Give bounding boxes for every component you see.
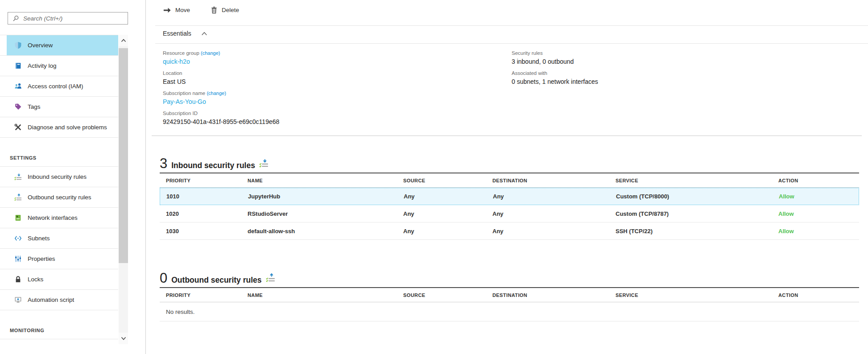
tools-icon	[14, 123, 22, 131]
sidebar-item-outbound-rules[interactable]: Outbound security rules	[0, 187, 118, 208]
lock-icon	[14, 276, 22, 283]
column-header-destination: DESTINATION	[486, 178, 609, 183]
move-label: Move	[175, 7, 190, 13]
essentials-left-column: Resource group (change) quick-h2o Locati…	[163, 49, 502, 130]
subscription-id-label: Subscription ID	[163, 110, 502, 117]
move-button[interactable]: Move	[163, 7, 190, 13]
subnet-icon	[14, 235, 22, 242]
essentials-header[interactable]: Essentials	[163, 30, 207, 37]
column-header-priority: PRIORITY	[160, 292, 241, 298]
sidebar-item-label: Overview	[28, 42, 53, 49]
cell-name: JupyterHub	[242, 193, 397, 200]
sidebar-item-access-control[interactable]: Access control (IAM)	[0, 76, 118, 97]
inbound-rules-title: 3 Inbound security rules	[160, 151, 859, 173]
outbound-table-header: PRIORITY NAME SOURCE DESTINATION SERVICE…	[160, 287, 859, 302]
chevron-up-icon[interactable]	[201, 32, 207, 36]
sidebar-item-overview[interactable]: Overview	[0, 35, 118, 56]
essentials-right-column: Security rules 3 inbound, 0 outbound Ass…	[512, 49, 824, 90]
delete-button[interactable]: Delete	[211, 6, 239, 14]
subscription-id-field: Subscription ID 92429150-401a-431f-8955-…	[163, 110, 502, 127]
cell-destination: Any	[487, 193, 610, 200]
search-box[interactable]	[8, 12, 128, 25]
cell-source: Any	[397, 210, 486, 217]
cell-destination: Any	[486, 210, 609, 217]
sidebar-item-activity-log[interactable]: Activity log	[0, 56, 118, 76]
resource-group-change-link[interactable]: (change)	[201, 50, 220, 56]
table-row-default-allow-ssh[interactable]: 1030 default-allow-ssh Any Any SSH (TCP/…	[160, 222, 859, 240]
cell-service: Custom (TCP/8787)	[609, 210, 772, 217]
scrollbar-thumb[interactable]	[119, 48, 128, 263]
no-results-message: No results.	[160, 302, 859, 321]
sidebar-item-subnets[interactable]: Subnets	[0, 228, 118, 249]
inbound-rules-icon	[14, 173, 22, 181]
sidebar-item-label: Inbound security rules	[28, 173, 87, 180]
section-divider	[152, 136, 862, 136]
essentials-divider	[155, 43, 868, 44]
cell-priority: 1030	[160, 228, 241, 235]
column-header-service: SERVICE	[609, 178, 772, 183]
cell-destination: Any	[486, 228, 609, 235]
associated-with-field: Associated with 0 subnets, 1 network int…	[512, 70, 824, 86]
resource-group-value[interactable]: quick-h2o	[163, 57, 502, 66]
cell-name: RStudioServer	[241, 210, 397, 217]
cell-source: Any	[397, 228, 486, 235]
resource-group-label: Resource group	[163, 50, 199, 56]
column-header-service: SERVICE	[609, 292, 772, 298]
sidebar-section-settings: SETTINGS	[0, 138, 118, 167]
sliders-icon	[14, 255, 22, 263]
outbound-rules-title: 0 Outbound security rules	[160, 265, 859, 287]
resource-group-field: Resource group (change) quick-h2o	[163, 49, 502, 66]
column-header-destination: DESTINATION	[486, 292, 609, 298]
main-content: Move Delete Essentials Resource group (c…	[146, 0, 868, 354]
column-header-source: SOURCE	[397, 292, 486, 298]
search-input[interactable]	[23, 15, 112, 22]
subscription-name-value[interactable]: Pay-As-You-Go	[163, 97, 502, 107]
sidebar-item-diagnose[interactable]: Diagnose and solve problems	[0, 117, 118, 138]
delete-label: Delete	[222, 7, 239, 13]
sidebar-nav: Overview Activity log Access control (I	[0, 35, 118, 339]
sidebar-item-properties[interactable]: Properties	[0, 249, 118, 269]
move-arrow-icon	[163, 7, 171, 13]
table-row-jupyterhub[interactable]: 1010 JupyterHub Any Any Custom (TCP/8000…	[160, 188, 859, 205]
scroll-down-icon[interactable]	[119, 333, 128, 344]
scroll-up-icon[interactable]	[119, 35, 128, 46]
security-rules-field: Security rules 3 inbound, 0 outbound	[512, 49, 824, 66]
column-header-action: ACTION	[772, 178, 859, 183]
column-header-priority: PRIORITY	[160, 178, 241, 183]
inbound-count: 3	[160, 157, 167, 170]
sidebar-item-label: Automation script	[28, 296, 74, 303]
sidebar-item-locks[interactable]: Locks	[0, 269, 118, 290]
column-header-name: NAME	[241, 178, 397, 183]
outbound-rules-icon	[14, 193, 22, 201]
location-field: Location East US	[163, 70, 502, 86]
sidebar-item-label: Access control (IAM)	[28, 83, 83, 90]
sidebar-item-inbound-rules[interactable]: Inbound security rules	[0, 167, 118, 187]
associated-with-label: Associated with	[512, 70, 824, 77]
sidebar-item-label: Locks	[28, 276, 43, 283]
sidebar-item-network-interfaces[interactable]: Network interfaces	[0, 208, 118, 228]
column-header-source: SOURCE	[397, 178, 486, 183]
search-icon	[12, 15, 19, 22]
column-header-action: ACTION	[772, 292, 859, 298]
cell-priority: 1020	[160, 210, 241, 217]
network-card-icon	[14, 214, 22, 222]
location-label: Location	[163, 70, 502, 77]
sidebar-item-tags[interactable]: Tags	[0, 97, 118, 117]
table-row-rstudioserver[interactable]: 1020 RStudioServer Any Any Custom (TCP/8…	[160, 205, 859, 222]
sidebar-section-monitoring: MONITORING	[0, 310, 118, 339]
subscription-change-link[interactable]: (change)	[207, 91, 226, 96]
sidebar-item-label: Activity log	[28, 62, 57, 69]
trash-icon	[211, 6, 218, 14]
cell-name: default-allow-ssh	[241, 228, 397, 235]
inbound-rules-icon	[259, 159, 269, 170]
sidebar-scrollbar[interactable]	[119, 35, 128, 344]
sidebar-item-label: Outbound security rules	[28, 194, 91, 201]
inbound-table-header: PRIORITY NAME SOURCE DESTINATION SERVICE…	[160, 173, 859, 188]
essentials-title: Essentials	[163, 30, 191, 37]
cell-service: SSH (TCP/22)	[609, 228, 772, 235]
inbound-rules-section: 3 Inbound security rules PRIORITY NAME S…	[160, 151, 859, 240]
sidebar-item-label: Network interfaces	[28, 214, 78, 221]
sidebar-item-automation-script[interactable]: Automation script	[0, 290, 118, 310]
sidebar-item-label: Subnets	[28, 235, 50, 242]
sidebar-item-label: Diagnose and solve problems	[28, 124, 107, 131]
